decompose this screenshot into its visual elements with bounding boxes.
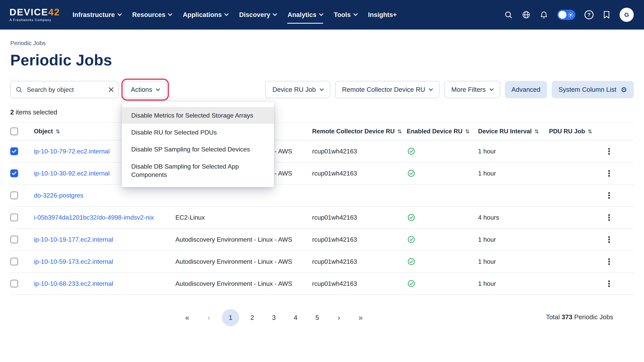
sort-icon[interactable]: ⇅: [56, 128, 60, 134]
column-header-interval: Device RU Interval: [478, 128, 532, 135]
nav-item-discovery[interactable]: Discovery: [234, 0, 282, 29]
chevron-down-icon: [168, 12, 172, 16]
row-checkbox[interactable]: [10, 169, 18, 177]
row-actions-kebab-icon[interactable]: ⋮: [602, 147, 616, 156]
remote-collector-cell: rcup01wh42163: [312, 236, 357, 243]
next-page-button[interactable]: ›: [330, 309, 348, 326]
interval-cell: 4 hours: [478, 214, 499, 221]
menu-item-disable-db-sampling[interactable]: Disable DB Sampling for Selected App Com…: [122, 158, 274, 183]
row-checkbox[interactable]: [10, 280, 18, 288]
logo-text: DEVICE42: [10, 7, 60, 17]
row-actions-kebab-icon[interactable]: ⋮: [602, 257, 616, 267]
page-button-1[interactable]: 1: [222, 309, 239, 326]
total-number: 373: [562, 313, 572, 321]
nav-item-insights[interactable]: Insights+: [362, 0, 402, 29]
help-icon[interactable]: ?: [584, 10, 594, 19]
total-prefix: Total: [546, 313, 560, 321]
nav-item-infrastructure[interactable]: Infrastructure: [67, 0, 127, 29]
main-nav: Infrastructure Resources Applications Di…: [67, 0, 402, 29]
nav-item-resources[interactable]: Resources: [127, 0, 177, 29]
last-page-button[interactable]: »: [352, 309, 369, 326]
row-checkbox[interactable]: [10, 214, 18, 221]
chevron-down-icon: [353, 12, 358, 16]
row-actions-kebab-icon[interactable]: ⋮: [602, 191, 616, 200]
page-button-5[interactable]: 5: [308, 309, 326, 326]
nav-label: Resources: [132, 11, 166, 18]
avatar[interactable]: G: [620, 8, 634, 22]
sun-icon: [568, 12, 574, 19]
row-checkbox[interactable]: [10, 147, 18, 155]
object-link[interactable]: ip-10-10-59-173.ec2.internal: [34, 258, 113, 265]
theme-toggle[interactable]: [557, 10, 576, 20]
row-actions-kebab-icon[interactable]: ⋮: [602, 213, 616, 222]
total-suffix: Periodic Jobs: [574, 313, 613, 321]
device-ru-job-cell: Autodiscovery Environment - Linux - AWS: [176, 258, 292, 265]
nav-item-tools[interactable]: Tools: [328, 0, 362, 29]
page-button-2[interactable]: 2: [244, 309, 261, 326]
enabled-check-icon: [408, 280, 415, 287]
table-footer: « ‹ 1 2 3 4 5 › » Total 373 Periodic Job…: [10, 309, 634, 329]
nav-item-analytics[interactable]: Analytics: [282, 0, 328, 29]
device42-logo[interactable]: DEVICE42 A Freshworks Company: [10, 7, 60, 22]
object-link[interactable]: do-3226-postgres: [34, 192, 83, 199]
page-button-3[interactable]: 3: [265, 309, 282, 326]
clear-search-icon[interactable]: [108, 87, 114, 92]
row-checkbox[interactable]: [10, 191, 18, 199]
chevron-down-icon: [224, 12, 229, 16]
logo-tagline: A Freshworks Company: [10, 18, 60, 22]
selection-status: 2 items selected: [10, 108, 634, 116]
search-icon[interactable]: [504, 10, 513, 19]
row-actions-kebab-icon[interactable]: ⋮: [602, 235, 616, 244]
search-box: [10, 81, 119, 98]
table-row: do-3226-postgres ⋮: [10, 185, 634, 207]
search-input[interactable]: [26, 86, 105, 94]
remote-collector-cell: rcup01wh42163: [312, 148, 357, 155]
device-ru-job-cell: Autodiscovery Environment - Linux - AWS: [176, 236, 292, 243]
menu-item-disable-metrics[interactable]: Disable Metrics for Selected Storage Arr…: [122, 107, 274, 124]
row-checkbox[interactable]: [10, 236, 18, 243]
first-page-button[interactable]: «: [178, 309, 196, 326]
object-link[interactable]: ip-10-10-19-177.ec2.internal: [34, 236, 113, 243]
logo-42: 42: [48, 7, 60, 17]
sort-icon[interactable]: ⇅: [588, 128, 592, 134]
object-link[interactable]: ip-10-10-30-92.ec2.internal: [34, 170, 110, 177]
nav-label: Applications: [183, 11, 222, 18]
sort-icon[interactable]: ⇅: [398, 128, 402, 134]
row-actions-kebab-icon[interactable]: ⋮: [602, 169, 616, 178]
actions-dropdown[interactable]: Actions: [124, 81, 166, 98]
previous-page-button[interactable]: ‹: [200, 309, 218, 326]
remote-collector-filter[interactable]: Remote Collector Device RU: [335, 81, 440, 98]
nav-item-applications[interactable]: Applications: [177, 0, 234, 29]
nav-label: Discovery: [239, 11, 270, 18]
object-link[interactable]: ip-10-10-79-72.ec2.internal: [34, 148, 110, 155]
system-column-list-button[interactable]: System Column List ⚙: [552, 81, 634, 98]
select-all-checkbox[interactable]: [10, 127, 18, 135]
bookmark-icon[interactable]: [602, 10, 610, 19]
device-ru-job-cell: EC2-Linux: [176, 214, 205, 221]
enabled-check-icon: [408, 147, 415, 155]
sort-icon[interactable]: ⇅: [534, 128, 539, 134]
toolbar: Actions Disable Metrics for Selected Sto…: [10, 81, 634, 98]
remote-collector-cell: rcup01wh42163: [312, 170, 357, 177]
interval-cell: 1 hour: [478, 170, 496, 177]
check-icon: [12, 149, 16, 153]
bell-icon[interactable]: [540, 10, 548, 19]
selection-text: items selected: [16, 108, 57, 116]
row-checkbox[interactable]: [10, 258, 18, 266]
breadcrumb[interactable]: Periodic Jobs: [10, 40, 46, 46]
more-filters-dropdown[interactable]: More Filters: [444, 81, 500, 98]
menu-item-disable-ru[interactable]: Disable RU for Selected PDUs: [122, 124, 274, 141]
table-header-row: Object⇅ Device RU Job⇅ Remote Collector …: [10, 122, 634, 140]
row-actions-kebab-icon[interactable]: ⋮: [602, 279, 616, 289]
table-row: ip-10-10-68-233.ec2.internal Autodiscove…: [10, 273, 634, 295]
chevron-down-icon: [320, 87, 324, 91]
globe-icon[interactable]: [522, 10, 530, 19]
device-ru-job-filter[interactable]: Device RU Job: [265, 81, 330, 98]
nav-label: Tools: [334, 11, 351, 18]
object-link[interactable]: ip-10-10-68-233.ec2.internal: [34, 280, 113, 287]
advanced-button[interactable]: Advanced: [505, 81, 547, 98]
sort-icon[interactable]: ⇅: [465, 128, 470, 134]
menu-item-disable-sp-sampling[interactable]: Disable SP Sampling for Selected Devices: [122, 141, 274, 158]
page-button-4[interactable]: 4: [287, 309, 304, 326]
object-link[interactable]: i-05b3974da1201bc32/do-4998-imdsv2-nix: [34, 214, 154, 221]
